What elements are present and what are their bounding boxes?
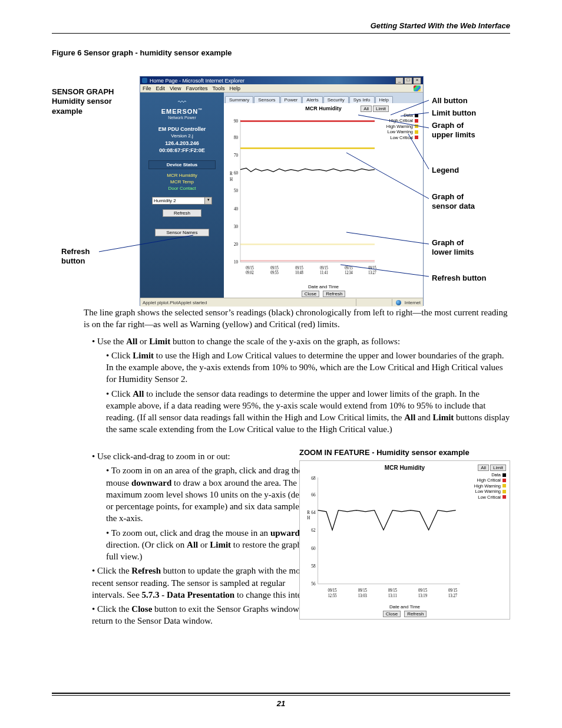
svg-text:56: 56 (311, 581, 315, 586)
maximize-button[interactable]: □ (404, 77, 412, 84)
logo-text: EMERSON™ (161, 108, 203, 115)
callout-sensor-data: Graph of sensor data (432, 192, 514, 210)
browser-window: Home Page - Microsoft Internet Explorer … (140, 76, 424, 306)
svg-text:40: 40 (234, 206, 238, 212)
callout-lower-limits: Graph of lower limits (432, 238, 514, 256)
svg-text:60: 60 (234, 170, 238, 176)
callout-refresh-right: Refresh button (432, 274, 514, 283)
sensor-select[interactable]: Humidity 2 ▾ (152, 197, 212, 205)
all-button[interactable]: All (361, 106, 372, 112)
sidebar-refresh-button[interactable]: Refresh (163, 209, 201, 217)
status-bar: Applet plplot.PlotApplet started Interne… (140, 298, 423, 307)
tab-power[interactable]: Power (280, 96, 302, 103)
callout-upper-limits: Graph of upper limits (432, 121, 514, 139)
logo-subtitle: Network Power (168, 116, 196, 120)
tab-security[interactable]: Security (323, 96, 349, 103)
callout-title-left: SENSOR GRAPH Humidity sensor example (52, 87, 134, 116)
sidebar: 〰 EMERSON™ Network Power EM PDU Controll… (140, 93, 224, 298)
zoom-legend: Data High Critical High Warning Low Warn… (465, 472, 507, 604)
svg-text:12:55: 12:55 (328, 594, 338, 598)
svg-text:90: 90 (234, 118, 238, 124)
svg-text:20: 20 (234, 241, 238, 247)
callout-all-button: All button (432, 96, 514, 106)
tab-row: Summary Sensors Power Alerts Security Sy… (224, 93, 423, 103)
device-status-badge[interactable]: Device Status (148, 160, 216, 169)
zoom-figure: ZOOM IN FEATURE - Humidity sensor exampl… (299, 448, 510, 620)
windows-flag-icon (414, 85, 421, 91)
callout-refresh-left: Refresh button (61, 247, 108, 266)
tab-summary[interactable]: Summary (225, 96, 253, 103)
x-axis-label: Date and Time (227, 284, 419, 289)
svg-text:10:48: 10:48 (295, 271, 303, 275)
bullet-limit: Click Limit to use the High and Low Crit… (106, 350, 510, 386)
svg-text:09/15: 09/15 (270, 265, 279, 270)
svg-text:64: 64 (311, 510, 315, 515)
svg-text:09:55: 09:55 (270, 271, 279, 275)
sensor-chart[interactable]: 10 20 30 40 50 60 70 80 90 (227, 113, 381, 284)
zoom-title: ZOOM IN FEATURE - Humidity sensor exampl… (299, 448, 510, 457)
minimize-button[interactable]: _ (395, 77, 404, 84)
svg-text:10: 10 (234, 259, 238, 265)
tab-sensors[interactable]: Sensors (254, 96, 279, 103)
globe-icon (396, 300, 401, 305)
device-item[interactable]: Door Contact (167, 186, 197, 191)
plot-title: MCR Humidity (227, 106, 419, 111)
bullet-close: Click the Close button to exit the Senso… (92, 603, 319, 627)
svg-text:09/15: 09/15 (345, 265, 353, 270)
svg-text:30: 30 (234, 223, 238, 229)
status-left: Applet plplot.PlotApplet started (143, 300, 207, 305)
limit-button[interactable]: Limit (373, 106, 389, 112)
callout-limit-button: Limit button (432, 108, 514, 118)
zoom-plot-title: MCR Humidity (302, 465, 507, 471)
page-number: 21 (0, 699, 562, 708)
chevron-down-icon[interactable]: ▾ (204, 197, 211, 204)
zoom-all-button[interactable]: All (478, 465, 489, 471)
svg-text:68: 68 (311, 476, 315, 481)
page-header-right: Getting Started With the Web Interface (371, 21, 510, 30)
close-window-button[interactable]: × (413, 77, 421, 84)
tab-sysinfo[interactable]: Sys Info (349, 96, 375, 103)
status-right: Internet (405, 300, 421, 305)
zoom-close-button[interactable]: Close (383, 611, 401, 617)
top-rule (52, 33, 510, 34)
svg-text:13:19: 13:19 (418, 594, 428, 598)
zoom-refresh-button[interactable]: Refresh (404, 611, 427, 617)
controller-info: EM PDU Controller Version 2.j 126.4.203.… (158, 126, 206, 154)
svg-text:H: H (307, 515, 310, 521)
window-title: Home Page - Microsoft Internet Explorer (150, 78, 244, 84)
close-button[interactable]: Close (302, 291, 319, 297)
menu-items[interactable]: FileEditViewFavoritesToolsHelp (143, 85, 245, 91)
svg-text:13:27: 13:27 (368, 271, 376, 275)
intro-paragraph: The line graph shows the selected sensor… (84, 307, 510, 331)
svg-text:70: 70 (234, 152, 238, 158)
svg-text:13:11: 13:11 (388, 594, 397, 598)
zoom-chart[interactable]: 56 58 60 62 64 66 68 R H 09/1512:55 09/1… (302, 472, 465, 604)
bullet-zoom: Use click-and-drag to zoom in or out: To… (92, 450, 319, 562)
sensor-names-button[interactable]: Sensor Names (155, 229, 209, 236)
tab-help[interactable]: Help (375, 96, 393, 103)
window-titlebar: Home Page - Microsoft Internet Explorer … (140, 77, 423, 84)
tab-alerts[interactable]: Alerts (302, 96, 322, 103)
emerson-logo-icon: 〰 (178, 97, 186, 107)
zoom-x-axis-label: Date and Time (302, 604, 507, 610)
main-panel: Summary Sensors Power Alerts Security Sy… (224, 93, 423, 298)
svg-text:09/15: 09/15 (320, 265, 328, 270)
svg-text:H: H (230, 176, 233, 182)
refresh-button[interactable]: Refresh (323, 291, 345, 297)
svg-text:09/15: 09/15 (246, 265, 254, 270)
svg-text:13:03: 13:03 (358, 594, 368, 598)
zoom-limit-button[interactable]: Limit (490, 465, 506, 471)
svg-text:R: R (230, 171, 233, 177)
svg-text:09/15: 09/15 (448, 588, 458, 593)
svg-text:80: 80 (234, 134, 238, 140)
device-item[interactable]: MCR Humidity (167, 173, 197, 178)
footer-rule-thick (52, 693, 510, 694)
svg-text:09/15: 09/15 (368, 265, 376, 270)
svg-text:13:27: 13:27 (448, 594, 458, 598)
bullet-refresh: Click the Refresh button to update the g… (92, 565, 319, 601)
browser-menubar: FileEditViewFavoritesToolsHelp (140, 84, 423, 93)
plot-panel: All Limit MCR Humidity (224, 103, 423, 298)
bullet-scale: Use the All or Limit button to change th… (92, 335, 510, 436)
ie-icon (142, 78, 147, 83)
device-item[interactable]: MCR Temp (167, 179, 197, 185)
